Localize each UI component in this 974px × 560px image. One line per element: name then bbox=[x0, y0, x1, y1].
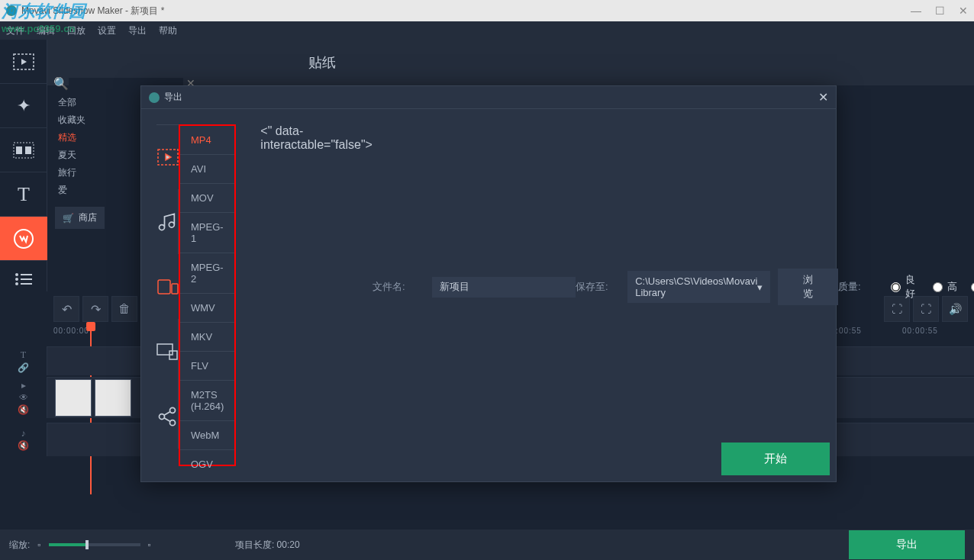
zoom-out-icon[interactable]: ▫ bbox=[37, 539, 40, 550]
menu-edit[interactable]: 编辑 bbox=[37, 24, 55, 37]
project-length-label: 项目长度: bbox=[235, 539, 274, 550]
svg-point-16 bbox=[170, 407, 176, 413]
mute-audio-icon[interactable]: 🔇 bbox=[18, 440, 29, 451]
fmt-mp4[interactable]: MP4 bbox=[180, 126, 234, 155]
video-track-icon: ▸ bbox=[21, 380, 26, 391]
tool-media[interactable] bbox=[0, 40, 47, 84]
svg-rect-13 bbox=[172, 284, 178, 294]
fmt-mpeg1[interactable]: MPEG-1 bbox=[180, 213, 234, 253]
export-dialog: 导出 ✕ MP4 AVI MOV MPEG-1 MPEG-2 WMV MKV F… bbox=[140, 85, 837, 482]
title-track-icon: T bbox=[21, 349, 26, 361]
close-button[interactable]: ✕ bbox=[959, 5, 968, 17]
fmt-mpeg2[interactable]: MPEG-2 bbox=[180, 253, 234, 294]
cat-all[interactable]: 全部 bbox=[47, 94, 139, 111]
app-icon bbox=[6, 5, 17, 16]
menu-file[interactable]: 文件 bbox=[6, 24, 24, 37]
svg-rect-14 bbox=[157, 344, 173, 355]
undo-button[interactable]: ↶ bbox=[53, 296, 79, 322]
tab-audio[interactable] bbox=[156, 189, 179, 254]
project-length-value: 00:20 bbox=[277, 539, 300, 550]
sticker-categories: 🔍 ✕ 全部 收藏夹 精选 夏天 旅行 爱 🛒商店 bbox=[47, 72, 139, 229]
saveto-field[interactable]: C:\Users\CS\Videos\Movavi Library▾ bbox=[627, 271, 770, 303]
eye-icon[interactable]: 👁 bbox=[19, 392, 28, 403]
zoom-in-icon[interactable]: ▫ bbox=[148, 539, 151, 550]
quality-high[interactable]: 高 bbox=[933, 280, 957, 294]
zoom-slider[interactable] bbox=[49, 543, 140, 546]
svg-rect-3 bbox=[25, 146, 31, 154]
tab-devices[interactable] bbox=[156, 254, 179, 319]
clip-2[interactable] bbox=[95, 379, 131, 417]
filename-input[interactable] bbox=[432, 277, 576, 298]
menu-export[interactable]: 导出 bbox=[128, 24, 147, 37]
chevron-down-icon: ▾ bbox=[757, 282, 763, 293]
maximize-button[interactable]: ☐ bbox=[935, 5, 945, 17]
bottombar: 缩放: ▫ ▫ 项目长度: 00:20 导出 bbox=[0, 529, 974, 560]
tab-video[interactable] bbox=[156, 124, 179, 189]
start-button[interactable]: 开始 bbox=[721, 443, 830, 475]
tool-titles[interactable]: T bbox=[0, 172, 47, 217]
fmt-m2ts[interactable]: M2TS (H.264) bbox=[180, 381, 234, 421]
redo-button[interactable]: ↷ bbox=[82, 296, 108, 322]
zoom-label: 缩放: bbox=[9, 539, 30, 552]
menu-playback[interactable]: 回放 bbox=[67, 24, 85, 37]
shop-button[interactable]: 🛒商店 bbox=[55, 207, 105, 229]
link-icon[interactable]: 🔗 bbox=[18, 362, 29, 373]
svg-rect-12 bbox=[158, 280, 170, 294]
fmt-wmv[interactable]: WMV bbox=[180, 294, 234, 323]
cat-featured[interactable]: 精选 bbox=[47, 129, 139, 146]
tool-effects[interactable]: ✦ bbox=[0, 84, 47, 128]
filename-label: 文件名: bbox=[373, 280, 432, 294]
format-list: MP4 AVI MOV MPEG-1 MPEG-2 WMV MKV FLV M2… bbox=[179, 124, 236, 466]
quality-good[interactable]: 良好 bbox=[891, 273, 918, 301]
fmt-flv[interactable]: FLV bbox=[180, 352, 234, 381]
cart-icon: 🛒 bbox=[63, 213, 74, 224]
mute-icon[interactable]: 🔇 bbox=[18, 404, 29, 415]
tool-sidebar: ✦ T bbox=[0, 40, 47, 298]
export-button[interactable]: 导出 bbox=[849, 530, 965, 559]
fmt-avi[interactable]: AVI bbox=[180, 155, 234, 184]
cat-travel[interactable]: 旅行 bbox=[47, 164, 139, 182]
quality-label: 质量: bbox=[838, 280, 891, 294]
dialog-app-icon bbox=[149, 92, 160, 103]
svg-point-7 bbox=[15, 278, 18, 281]
browse-button[interactable]: 浏览 bbox=[778, 269, 838, 305]
fmt-webm[interactable]: WebM bbox=[180, 421, 234, 450]
window-title: Movavi Slideshow Maker - 新项目 * bbox=[21, 5, 911, 18]
menubar: 文件 编辑 回放 设置 导出 帮助 bbox=[0, 21, 974, 40]
clip-1[interactable] bbox=[55, 379, 92, 417]
dialog-close-button[interactable]: ✕ bbox=[818, 90, 828, 105]
audio-track-icon: ♪ bbox=[21, 428, 26, 439]
minimize-button[interactable]: — bbox=[911, 5, 921, 17]
search-icon: 🔍 bbox=[53, 76, 69, 91]
svg-line-20 bbox=[164, 417, 170, 421]
delete-button[interactable]: 🗑 bbox=[111, 296, 137, 322]
saveto-label: 保存至: bbox=[576, 280, 627, 294]
ruler-time-0: 00:00:00 bbox=[53, 327, 89, 335]
tool-stickers[interactable] bbox=[0, 217, 47, 261]
menu-help[interactable]: 帮助 bbox=[159, 24, 177, 37]
svg-point-18 bbox=[170, 420, 176, 425]
quality-best[interactable]: 最高 bbox=[971, 273, 974, 301]
cat-love[interactable]: 爱 bbox=[47, 182, 139, 199]
tab-share[interactable] bbox=[156, 384, 179, 449]
titlebar: Movavi Slideshow Maker - 新项目 * — ☐ ✕ bbox=[0, 0, 974, 21]
svg-point-17 bbox=[160, 414, 165, 419]
menu-settings[interactable]: 设置 bbox=[98, 24, 116, 37]
dialog-title: 导出 bbox=[164, 91, 818, 104]
fmt-mkv[interactable]: MKV bbox=[180, 323, 234, 352]
svg-point-9 bbox=[15, 282, 18, 285]
fmt-mov[interactable]: MOV bbox=[180, 184, 234, 213]
fmt-ogv[interactable]: OGV bbox=[180, 450, 234, 478]
export-tabs bbox=[156, 124, 179, 466]
svg-rect-2 bbox=[16, 146, 22, 154]
cat-summer[interactable]: 夏天 bbox=[47, 146, 139, 164]
cat-fav[interactable]: 收藏夹 bbox=[47, 111, 139, 129]
svg-line-19 bbox=[164, 411, 170, 415]
panel-title: 贴纸 bbox=[308, 53, 336, 72]
svg-point-5 bbox=[15, 273, 18, 276]
tool-transitions[interactable] bbox=[0, 128, 47, 172]
tab-tv[interactable] bbox=[156, 319, 179, 384]
